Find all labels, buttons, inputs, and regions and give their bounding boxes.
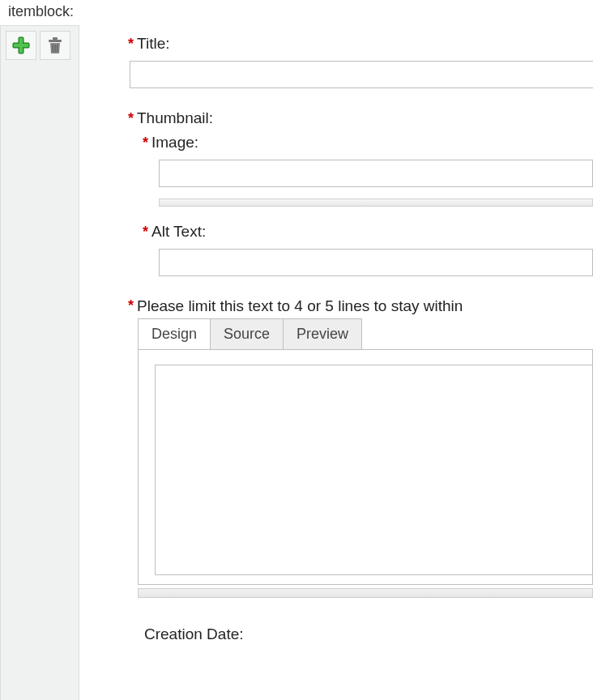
- add-button[interactable]: [6, 31, 36, 60]
- svg-rect-3: [14, 44, 28, 47]
- image-input[interactable]: [159, 160, 593, 187]
- alt-text-label: Alt Text:: [151, 223, 206, 241]
- editor-help-text: Please limit this text to 4 or 5 lines t…: [137, 297, 463, 315]
- tab-source[interactable]: Source: [210, 318, 284, 349]
- svg-rect-6: [53, 45, 54, 52]
- form-pane: * Title: * Thumbnail: * Image: *: [79, 25, 593, 700]
- required-asterisk: *: [143, 224, 148, 241]
- alt-text-input[interactable]: [159, 249, 593, 276]
- left-toolbar: [0, 25, 79, 700]
- delete-button[interactable]: [40, 31, 70, 60]
- editor-textarea[interactable]: [155, 365, 592, 575]
- svg-rect-8: [57, 45, 58, 52]
- image-label: Image:: [151, 134, 198, 152]
- creation-date-label: Creation Date:: [144, 625, 244, 642]
- image-progress-bar: [159, 198, 593, 207]
- editor-status-bar: [138, 588, 593, 598]
- required-asterisk: *: [128, 110, 134, 127]
- block-label: itemblock:: [0, 0, 593, 25]
- svg-rect-4: [49, 40, 62, 42]
- editor-tabs: Design Source Preview: [138, 318, 593, 350]
- title-label: Title:: [137, 35, 169, 53]
- trash-icon: [46, 36, 64, 55]
- title-input[interactable]: [130, 61, 593, 88]
- svg-rect-7: [54, 45, 56, 52]
- thumbnail-label: Thumbnail:: [137, 109, 213, 127]
- required-asterisk: *: [128, 36, 134, 53]
- tab-preview[interactable]: Preview: [283, 318, 362, 349]
- svg-rect-5: [53, 37, 58, 40]
- required-asterisk: *: [128, 297, 134, 315]
- required-asterisk: *: [143, 134, 148, 152]
- plus-icon: [11, 36, 31, 55]
- tab-design[interactable]: Design: [138, 318, 211, 349]
